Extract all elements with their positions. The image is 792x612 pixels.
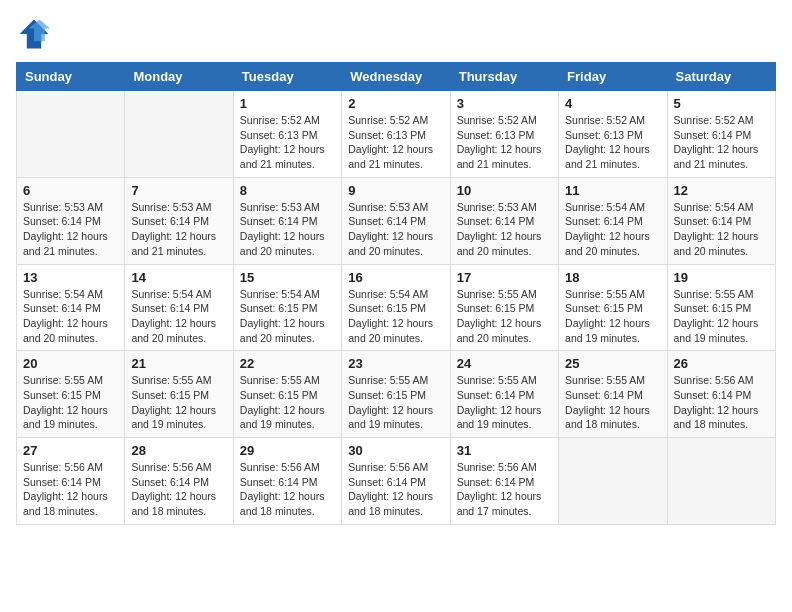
day-number: 27 — [23, 443, 118, 458]
day-number: 20 — [23, 356, 118, 371]
day-info: Sunrise: 5:53 AM Sunset: 6:14 PM Dayligh… — [23, 200, 118, 259]
weekday-header-sunday: Sunday — [17, 63, 125, 91]
day-info: Sunrise: 5:52 AM Sunset: 6:13 PM Dayligh… — [457, 113, 552, 172]
calendar-cell: 9Sunrise: 5:53 AM Sunset: 6:14 PM Daylig… — [342, 177, 450, 264]
day-number: 28 — [131, 443, 226, 458]
calendar-cell: 2Sunrise: 5:52 AM Sunset: 6:13 PM Daylig… — [342, 91, 450, 178]
day-info: Sunrise: 5:52 AM Sunset: 6:13 PM Dayligh… — [565, 113, 660, 172]
calendar-cell: 19Sunrise: 5:55 AM Sunset: 6:15 PM Dayli… — [667, 264, 775, 351]
calendar-cell: 23Sunrise: 5:55 AM Sunset: 6:15 PM Dayli… — [342, 351, 450, 438]
day-info: Sunrise: 5:55 AM Sunset: 6:15 PM Dayligh… — [348, 373, 443, 432]
day-number: 16 — [348, 270, 443, 285]
logo — [16, 16, 56, 52]
calendar-cell: 14Sunrise: 5:54 AM Sunset: 6:14 PM Dayli… — [125, 264, 233, 351]
day-number: 15 — [240, 270, 335, 285]
calendar-cell: 13Sunrise: 5:54 AM Sunset: 6:14 PM Dayli… — [17, 264, 125, 351]
day-number: 13 — [23, 270, 118, 285]
calendar-cell — [559, 438, 667, 525]
day-info: Sunrise: 5:55 AM Sunset: 6:15 PM Dayligh… — [457, 287, 552, 346]
day-number: 3 — [457, 96, 552, 111]
page-header — [16, 16, 776, 52]
day-info: Sunrise: 5:56 AM Sunset: 6:14 PM Dayligh… — [348, 460, 443, 519]
calendar-table: SundayMondayTuesdayWednesdayThursdayFrid… — [16, 62, 776, 525]
calendar-cell — [17, 91, 125, 178]
calendar-cell: 27Sunrise: 5:56 AM Sunset: 6:14 PM Dayli… — [17, 438, 125, 525]
day-number: 24 — [457, 356, 552, 371]
weekday-header-friday: Friday — [559, 63, 667, 91]
week-row-1: 1Sunrise: 5:52 AM Sunset: 6:13 PM Daylig… — [17, 91, 776, 178]
weekday-header-monday: Monday — [125, 63, 233, 91]
day-info: Sunrise: 5:54 AM Sunset: 6:15 PM Dayligh… — [348, 287, 443, 346]
day-info: Sunrise: 5:54 AM Sunset: 6:14 PM Dayligh… — [131, 287, 226, 346]
day-number: 1 — [240, 96, 335, 111]
day-number: 2 — [348, 96, 443, 111]
calendar-cell: 16Sunrise: 5:54 AM Sunset: 6:15 PM Dayli… — [342, 264, 450, 351]
calendar-cell: 26Sunrise: 5:56 AM Sunset: 6:14 PM Dayli… — [667, 351, 775, 438]
calendar-cell: 21Sunrise: 5:55 AM Sunset: 6:15 PM Dayli… — [125, 351, 233, 438]
day-info: Sunrise: 5:54 AM Sunset: 6:14 PM Dayligh… — [674, 200, 769, 259]
weekday-header-wednesday: Wednesday — [342, 63, 450, 91]
calendar-cell: 7Sunrise: 5:53 AM Sunset: 6:14 PM Daylig… — [125, 177, 233, 264]
day-number: 4 — [565, 96, 660, 111]
calendar-cell: 12Sunrise: 5:54 AM Sunset: 6:14 PM Dayli… — [667, 177, 775, 264]
calendar-cell: 10Sunrise: 5:53 AM Sunset: 6:14 PM Dayli… — [450, 177, 558, 264]
calendar-cell: 6Sunrise: 5:53 AM Sunset: 6:14 PM Daylig… — [17, 177, 125, 264]
day-number: 6 — [23, 183, 118, 198]
day-info: Sunrise: 5:55 AM Sunset: 6:15 PM Dayligh… — [565, 287, 660, 346]
day-number: 10 — [457, 183, 552, 198]
calendar-cell: 20Sunrise: 5:55 AM Sunset: 6:15 PM Dayli… — [17, 351, 125, 438]
week-row-5: 27Sunrise: 5:56 AM Sunset: 6:14 PM Dayli… — [17, 438, 776, 525]
weekday-header-row: SundayMondayTuesdayWednesdayThursdayFrid… — [17, 63, 776, 91]
day-number: 19 — [674, 270, 769, 285]
calendar-cell: 31Sunrise: 5:56 AM Sunset: 6:14 PM Dayli… — [450, 438, 558, 525]
calendar-cell: 29Sunrise: 5:56 AM Sunset: 6:14 PM Dayli… — [233, 438, 341, 525]
day-info: Sunrise: 5:55 AM Sunset: 6:15 PM Dayligh… — [23, 373, 118, 432]
day-number: 11 — [565, 183, 660, 198]
day-info: Sunrise: 5:54 AM Sunset: 6:14 PM Dayligh… — [565, 200, 660, 259]
day-number: 25 — [565, 356, 660, 371]
day-number: 14 — [131, 270, 226, 285]
day-info: Sunrise: 5:55 AM Sunset: 6:15 PM Dayligh… — [674, 287, 769, 346]
day-number: 18 — [565, 270, 660, 285]
day-info: Sunrise: 5:52 AM Sunset: 6:13 PM Dayligh… — [240, 113, 335, 172]
day-info: Sunrise: 5:53 AM Sunset: 6:14 PM Dayligh… — [240, 200, 335, 259]
calendar-cell: 4Sunrise: 5:52 AM Sunset: 6:13 PM Daylig… — [559, 91, 667, 178]
calendar-cell: 17Sunrise: 5:55 AM Sunset: 6:15 PM Dayli… — [450, 264, 558, 351]
calendar-cell: 30Sunrise: 5:56 AM Sunset: 6:14 PM Dayli… — [342, 438, 450, 525]
day-info: Sunrise: 5:52 AM Sunset: 6:13 PM Dayligh… — [348, 113, 443, 172]
day-number: 31 — [457, 443, 552, 458]
day-info: Sunrise: 5:56 AM Sunset: 6:14 PM Dayligh… — [131, 460, 226, 519]
week-row-2: 6Sunrise: 5:53 AM Sunset: 6:14 PM Daylig… — [17, 177, 776, 264]
day-number: 23 — [348, 356, 443, 371]
weekday-header-thursday: Thursday — [450, 63, 558, 91]
day-info: Sunrise: 5:56 AM Sunset: 6:14 PM Dayligh… — [23, 460, 118, 519]
week-row-4: 20Sunrise: 5:55 AM Sunset: 6:15 PM Dayli… — [17, 351, 776, 438]
day-info: Sunrise: 5:54 AM Sunset: 6:15 PM Dayligh… — [240, 287, 335, 346]
calendar-cell: 11Sunrise: 5:54 AM Sunset: 6:14 PM Dayli… — [559, 177, 667, 264]
day-info: Sunrise: 5:52 AM Sunset: 6:14 PM Dayligh… — [674, 113, 769, 172]
logo-icon — [16, 16, 52, 52]
calendar-cell: 25Sunrise: 5:55 AM Sunset: 6:14 PM Dayli… — [559, 351, 667, 438]
day-number: 5 — [674, 96, 769, 111]
day-number: 8 — [240, 183, 335, 198]
day-number: 29 — [240, 443, 335, 458]
calendar-cell: 18Sunrise: 5:55 AM Sunset: 6:15 PM Dayli… — [559, 264, 667, 351]
day-info: Sunrise: 5:55 AM Sunset: 6:14 PM Dayligh… — [565, 373, 660, 432]
day-number: 21 — [131, 356, 226, 371]
calendar-cell: 22Sunrise: 5:55 AM Sunset: 6:15 PM Dayli… — [233, 351, 341, 438]
day-number: 7 — [131, 183, 226, 198]
day-info: Sunrise: 5:56 AM Sunset: 6:14 PM Dayligh… — [674, 373, 769, 432]
calendar-cell: 24Sunrise: 5:55 AM Sunset: 6:14 PM Dayli… — [450, 351, 558, 438]
calendar-cell — [125, 91, 233, 178]
day-info: Sunrise: 5:56 AM Sunset: 6:14 PM Dayligh… — [457, 460, 552, 519]
calendar-cell: 1Sunrise: 5:52 AM Sunset: 6:13 PM Daylig… — [233, 91, 341, 178]
weekday-header-saturday: Saturday — [667, 63, 775, 91]
calendar-cell: 8Sunrise: 5:53 AM Sunset: 6:14 PM Daylig… — [233, 177, 341, 264]
calendar-cell: 3Sunrise: 5:52 AM Sunset: 6:13 PM Daylig… — [450, 91, 558, 178]
calendar-cell — [667, 438, 775, 525]
day-info: Sunrise: 5:55 AM Sunset: 6:15 PM Dayligh… — [240, 373, 335, 432]
weekday-header-tuesday: Tuesday — [233, 63, 341, 91]
calendar-cell: 15Sunrise: 5:54 AM Sunset: 6:15 PM Dayli… — [233, 264, 341, 351]
day-number: 17 — [457, 270, 552, 285]
day-number: 30 — [348, 443, 443, 458]
